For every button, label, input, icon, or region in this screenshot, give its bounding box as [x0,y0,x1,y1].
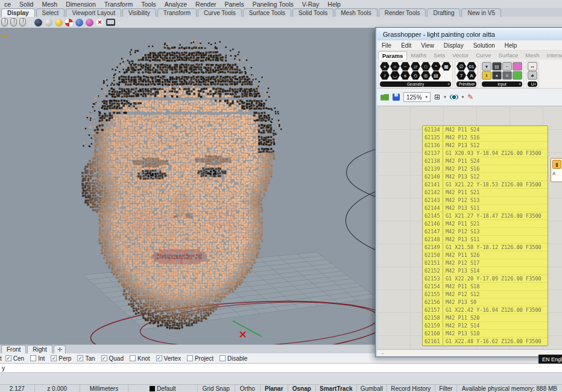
toolbar-tab-transform[interactable]: Transform [157,8,197,17]
sphere-gold-icon[interactable] [55,19,63,27]
osnap-checkbox-perp[interactable]: ✓ [51,355,57,361]
gh-component-icon[interactable] [513,71,522,80]
toolbar-tab-display[interactable]: Display [1,8,35,17]
gh-component-icon[interactable]: ~ [502,62,512,71]
osnap-item-disable[interactable]: Disable [219,355,247,362]
status-cell-grid-snap[interactable]: Grid Snap [198,385,235,392]
osnap-item-knot[interactable]: Knot [130,355,150,362]
mouse-icon[interactable] [10,18,17,27]
osnap-checkbox-knot[interactable] [130,355,136,361]
gh-component-icon[interactable] [513,62,522,71]
gh-menu-file[interactable]: File [377,42,396,49]
osnap-item-project[interactable]: Project [187,355,213,362]
osnap-checkbox-int[interactable] [30,355,36,361]
menu-item-paneling-tools[interactable]: Paneling Tools [248,1,298,8]
gh-group-label[interactable]: U+ [528,81,537,87]
language-bar[interactable]: EN Engl [538,355,562,364]
toolbar-tab-select[interactable]: Select [36,8,65,17]
status-cell-2-127[interactable]: 2.127 [0,385,35,392]
gh-component-icon[interactable]: ▱ [411,62,420,71]
osnap-checkbox-cen[interactable]: ✓ [5,355,11,361]
status-cell-osnap[interactable]: Osnap [288,385,316,392]
viewport-tab-right[interactable]: Right [27,345,52,353]
gh-group-label[interactable]: Geometry+ [380,81,451,87]
gh-tab-vector[interactable]: Vector [449,51,472,60]
menu-item-dimension[interactable]: Dimension [62,1,100,8]
status-cell-smarttrack[interactable]: SmartTrack [316,385,357,392]
toolbar-tab-mesh-tools[interactable]: Mesh Tools [335,8,377,17]
osnap-checkbox-disable[interactable] [219,355,226,361]
toolbar-tab-visibility[interactable]: Visibility [122,8,156,17]
menu-item-help[interactable]: Help [323,1,345,8]
osnap-item-int[interactable]: Int [30,355,45,362]
gh-tab-intersect[interactable]: Intersect [543,51,562,60]
gh-component-icon[interactable]: A [467,71,476,80]
osnap-checkbox-project[interactable] [187,355,193,361]
toolbar-tab-curve-tools[interactable]: Curve Tools [198,8,242,17]
status-cell-planar[interactable]: Planar [260,385,288,392]
gh-tab-curve[interactable]: Curve [472,51,494,60]
gh-menu-view[interactable]: View [416,42,439,49]
status-cell-filter[interactable]: Filter [435,385,457,392]
osnap-item-vertex[interactable]: ✓Vertex [156,355,181,362]
gh-group-expand-icon[interactable]: + [473,82,475,86]
grasshopper-canvas[interactable]: 62134M42 P11 S2462135M42 P12 S1662136M42… [377,106,562,349]
status-cell-millimeters[interactable]: Millimeters [80,385,128,392]
gh-component-icon[interactable]: / [380,71,390,80]
osnap-checkbox-vertex[interactable]: ✓ [156,355,162,361]
gh-component-icon[interactable]: 7 [456,71,466,80]
toolbar-tab-solid-tools[interactable]: Solid Tools [292,8,333,17]
gh-group-label[interactable]: Input+ [482,81,522,87]
gh-tab-sets[interactable]: Sets [430,51,449,60]
status-cell-default[interactable]: Default [128,385,198,392]
gh-tab-params[interactable]: Params [378,51,407,60]
new-viewport-tab-icon[interactable]: ✛ [54,345,66,353]
gh-component-icon[interactable]: ≡ [502,71,512,80]
gh-component-icon[interactable]: ◇ [411,71,420,80]
menu-item-tools[interactable]: Tools [137,1,160,8]
osnap-item-quad[interactable]: ✓Quad [101,355,124,362]
gh-menu-help[interactable]: Help [500,42,522,49]
gh-component-icon[interactable]: ▤ [431,71,441,80]
sphere-magenta-icon[interactable] [86,19,93,27]
menu-item-ce[interactable]: ce [0,1,15,8]
gh-component-icon[interactable]: 01 [467,62,476,71]
status-cell-gumball[interactable]: Gumball [357,385,387,392]
gh-component-icon[interactable]: ◎ [421,71,431,80]
preview-eye-icon[interactable] [450,94,458,100]
gh-component-icon[interactable]: ~ [400,62,410,71]
monitor-icon[interactable] [106,19,115,26]
gh-component-icon[interactable]: ● [492,71,502,80]
globe-dark-icon[interactable] [34,19,42,27]
gh-group-label[interactable]: Primitive+ [456,81,476,87]
zoom-extents-icon[interactable]: ⊞ [434,93,440,101]
sphere-red-x-icon[interactable]: ✕ [96,19,104,27]
menu-item-panels[interactable]: Panels [221,1,248,8]
gh-tab-surface[interactable]: Surface [495,51,522,60]
gh-component-icon[interactable]: ◡ [390,71,400,80]
param-component[interactable]: ▮ A [551,158,562,182]
status-cell-z-0-000[interactable]: z 0.000 [35,385,80,392]
gh-component-icon[interactable]: ∅ [456,62,466,71]
menu-item-render[interactable]: Render [191,1,220,8]
toolbar-tab-viewport-layout[interactable]: Viewport Layout [66,8,121,17]
osnap-item-perp[interactable]: ✓Perp [51,355,71,362]
viewport-tab-front[interactable]: Front [1,345,26,353]
gh-component-icon[interactable]: ♣ [528,71,537,80]
sphere-gray-icon[interactable] [45,19,52,27]
osnap-checkbox-quad[interactable]: ✓ [101,355,107,361]
gh-component-icon[interactable]: × [380,62,390,71]
sketch-pen-icon[interactable]: ✎ [467,93,473,101]
grasshopper-title-bar[interactable]: Grasshopper - light painting color aitta [377,28,562,40]
zoom-level-dropdown[interactable]: 125% ▾ [403,92,431,102]
gh-tab-maths[interactable]: Maths [407,51,430,60]
open-file-icon[interactable] [380,94,389,101]
gh-component-icon[interactable]: •• [528,62,537,71]
gh-tab-mesh[interactable]: Mesh [522,51,543,60]
menu-item-solid[interactable]: Solid [15,1,37,8]
gh-component-icon[interactable]: □ [421,62,431,71]
gh-group-expand-icon[interactable]: + [447,82,450,86]
mouse-icon[interactable] [19,18,26,27]
gh-component-icon[interactable]: * [431,62,441,71]
osnap-item-cen[interactable]: ✓Cen [5,355,24,362]
